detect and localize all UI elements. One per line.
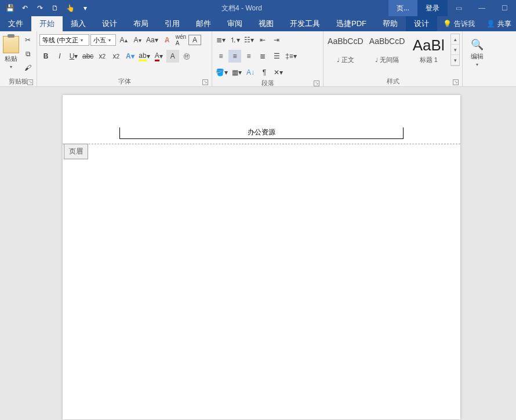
- styles-gallery-scroller: ▴ ▾ ▾: [450, 34, 460, 66]
- shading-icon[interactable]: 🪣▾: [215, 66, 229, 79]
- paste-button[interactable]: 粘贴 ▾: [2, 34, 19, 70]
- titlebar-right: 页... 登录 ▭ — ☐: [388, 0, 516, 16]
- superscript-button[interactable]: x2: [110, 50, 122, 63]
- borders-icon[interactable]: ▦▾: [230, 66, 243, 79]
- window-title: 文档4 - Word: [95, 3, 388, 13]
- undo-icon[interactable]: ↶: [19, 2, 31, 14]
- bullets-icon[interactable]: ≣▾: [215, 34, 227, 46]
- tab-context-design[interactable]: 设计: [406, 16, 437, 31]
- header-content[interactable]: 办公资源: [119, 127, 404, 139]
- styles-scroll-up-icon[interactable]: ▴: [451, 34, 459, 45]
- style-name-label: 标题 1: [420, 56, 438, 64]
- format-painter-icon[interactable]: 🖌: [21, 61, 34, 74]
- tab-developer[interactable]: 开发工具: [282, 16, 328, 31]
- font-launcher-icon[interactable]: ↘: [202, 79, 208, 85]
- subscript-button[interactable]: x2: [96, 50, 108, 63]
- decrease-indent-icon[interactable]: ⇤: [256, 34, 269, 46]
- style-preview-text: AaBbCcD: [328, 36, 363, 46]
- style-preview-text: AaBbCcD: [369, 36, 405, 46]
- header-tools-tab[interactable]: 页...: [388, 0, 417, 16]
- enclose-char-icon[interactable]: ㊕: [180, 50, 193, 63]
- save-icon[interactable]: 💾: [3, 2, 16, 14]
- style-no-spacing[interactable]: AaBbCcD ♩无间隔: [368, 34, 407, 66]
- strikethrough-button[interactable]: abc: [81, 50, 95, 63]
- font-name-value: 等线 (中文正: [42, 36, 78, 45]
- editing-group-label: 编辑: [471, 52, 484, 61]
- styles-launcher-icon[interactable]: ↘: [453, 79, 459, 85]
- paste-label: 粘贴: [5, 54, 17, 63]
- char-border-icon[interactable]: A: [188, 35, 201, 45]
- clipboard-launcher-icon[interactable]: ↘: [27, 79, 33, 85]
- multilevel-list-icon[interactable]: ☷▾: [242, 34, 255, 46]
- tab-help[interactable]: 帮助: [375, 16, 406, 31]
- italic-button[interactable]: I: [53, 50, 66, 63]
- change-case-icon[interactable]: Aa▾: [145, 34, 159, 46]
- page[interactable]: 办公资源 页眉: [63, 95, 460, 419]
- style-heading1[interactable]: AaBl 标题 1: [409, 34, 448, 66]
- find-button[interactable]: 🔍 编辑 ▾: [471, 34, 484, 67]
- justify-icon[interactable]: ≣: [256, 50, 269, 63]
- decrease-font-icon[interactable]: A▾: [131, 34, 144, 46]
- new-doc-icon[interactable]: 🗋: [49, 2, 61, 14]
- line-spacing-icon[interactable]: ‡≡▾: [284, 50, 298, 63]
- asian-layout-icon[interactable]: ✕▾: [272, 66, 285, 79]
- tell-me-label: 告诉我: [454, 19, 475, 29]
- font-group-label: 字体: [118, 77, 131, 86]
- tab-view[interactable]: 视图: [250, 16, 282, 31]
- tab-references[interactable]: 引用: [157, 16, 188, 31]
- tab-insert[interactable]: 插入: [63, 16, 94, 31]
- copy-icon[interactable]: ⧉: [21, 48, 34, 60]
- group-styles: AaBbCcD ♩正文 AaBbCcD ♩无间隔 AaBl 标题 1 ▴ ▾ ▾…: [324, 31, 463, 86]
- clear-formatting-icon[interactable]: A̷: [161, 34, 173, 46]
- paragraph-launcher-icon[interactable]: ↘: [314, 81, 319, 86]
- style-marker-icon: ♩: [337, 57, 340, 63]
- style-normal[interactable]: AaBbCcD ♩正文: [326, 34, 365, 66]
- tab-file[interactable]: 文件: [0, 16, 31, 31]
- increase-font-icon[interactable]: A▴: [117, 34, 130, 46]
- group-editing: 🔍 编辑 ▾: [463, 31, 492, 86]
- distributed-icon[interactable]: ☰: [270, 50, 283, 63]
- quick-access-toolbar: 💾 ↶ ↷ 🗋 👆 ▾: [0, 2, 95, 14]
- redo-icon[interactable]: ↷: [34, 2, 46, 14]
- underline-button[interactable]: U▾: [67, 50, 80, 63]
- maximize-icon[interactable]: ☐: [493, 0, 516, 16]
- font-color-icon[interactable]: A▾: [152, 50, 165, 63]
- tab-layout[interactable]: 布局: [125, 16, 157, 31]
- font-size-value: 小五: [93, 36, 106, 45]
- title-bar: 💾 ↶ ↷ 🗋 👆 ▾ 文档4 - Word 页... 登录 ▭ — ☐: [0, 0, 516, 16]
- font-name-combo[interactable]: 等线 (中文正▾: [39, 34, 89, 46]
- ribbon-display-icon[interactable]: ▭: [448, 0, 470, 16]
- tab-review[interactable]: 审阅: [219, 16, 250, 31]
- touch-mode-icon[interactable]: 👆: [64, 2, 77, 14]
- font-size-combo[interactable]: 小五▾: [90, 34, 116, 46]
- highlight-color-icon[interactable]: ab▾: [137, 50, 151, 63]
- cut-icon[interactable]: ✂: [21, 34, 34, 46]
- minimize-icon[interactable]: —: [470, 0, 493, 16]
- qat-customize-icon[interactable]: ▾: [79, 2, 92, 14]
- tab-home[interactable]: 开始: [31, 16, 63, 31]
- styles-more-icon[interactable]: ▾: [451, 55, 459, 65]
- phonetic-guide-icon[interactable]: wénA: [175, 34, 187, 46]
- paragraph-group-label: 段落: [261, 79, 274, 87]
- numbering-icon[interactable]: ⒈▾: [228, 34, 241, 46]
- style-name-label: 正文: [341, 56, 354, 64]
- align-right-icon[interactable]: ≡: [242, 50, 255, 63]
- bold-button[interactable]: B: [39, 50, 52, 63]
- document-area[interactable]: 办公资源 页眉: [0, 87, 516, 420]
- tab-mailings[interactable]: 邮件: [188, 16, 219, 31]
- share-button[interactable]: 👤 共享: [482, 16, 516, 31]
- tab-xunjie-pdf[interactable]: 迅捷PDF: [328, 16, 375, 31]
- sort-icon[interactable]: A↓: [244, 66, 257, 79]
- share-label: 共享: [497, 19, 511, 29]
- tell-me-search[interactable]: 💡 告诉我: [437, 16, 481, 31]
- show-marks-icon[interactable]: ¶: [258, 66, 271, 79]
- login-button[interactable]: 登录: [417, 0, 448, 16]
- text-effects-icon[interactable]: A▾: [123, 50, 136, 63]
- style-preview-text: AaBl: [413, 36, 445, 54]
- tab-design[interactable]: 设计: [94, 16, 125, 31]
- char-shading-icon[interactable]: A: [166, 50, 179, 63]
- align-center-icon[interactable]: ≡: [228, 50, 241, 63]
- increase-indent-icon[interactable]: ⇥: [270, 34, 283, 46]
- styles-scroll-down-icon[interactable]: ▾: [451, 45, 459, 55]
- align-left-icon[interactable]: ≡: [215, 50, 227, 63]
